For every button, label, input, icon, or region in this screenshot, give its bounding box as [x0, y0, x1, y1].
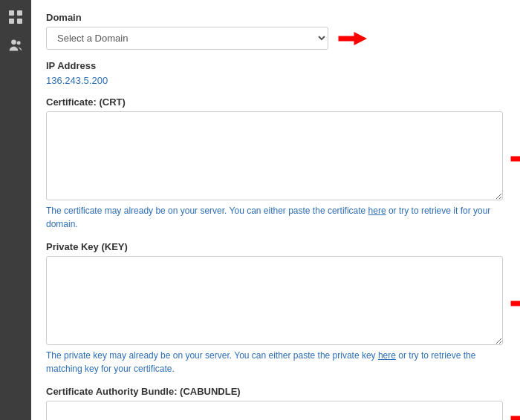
- arrow-1-icon: [336, 28, 367, 49]
- private-key-hint: The private key may already be on your s…: [46, 349, 503, 375]
- private-key-hint-text-1: The private key may already be on your s…: [46, 350, 378, 361]
- domain-select[interactable]: Select a Domain: [46, 27, 328, 50]
- svg-point-5: [17, 41, 21, 45]
- arrow-2-icon: [508, 148, 520, 169]
- arrow-4-icon: [508, 408, 520, 420]
- sidebar: [0, 0, 31, 420]
- svg-marker-7: [511, 152, 521, 165]
- cabundle-label: Certificate Authority Bundle: (CABUNDLE): [46, 386, 505, 397]
- cert-field-group: Certificate: (CRT) The certificate may a…: [46, 96, 505, 231]
- svg-marker-8: [511, 297, 521, 310]
- private-key-hint-link[interactable]: here: [378, 350, 396, 361]
- private-key-label: Private Key (KEY): [46, 241, 505, 252]
- svg-marker-6: [339, 31, 368, 45]
- cert-hint-link[interactable]: here: [368, 206, 386, 216]
- ip-value: 136.243.5.200: [46, 75, 505, 86]
- main-content: Domain Select a Domain IP Address 136.24…: [31, 0, 520, 420]
- private-key-textarea[interactable]: [46, 256, 503, 345]
- svg-rect-2: [9, 19, 14, 24]
- cert-hint: The certificate may already be on your s…: [46, 204, 503, 231]
- ip-label: IP Address: [46, 60, 505, 71]
- domain-field-group: Domain Select a Domain: [46, 12, 505, 50]
- svg-marker-9: [511, 412, 521, 420]
- cert-textarea[interactable]: [46, 111, 503, 200]
- grid-icon[interactable]: [4, 6, 27, 28]
- svg-rect-0: [9, 10, 14, 16]
- arrow-3-icon: [508, 293, 520, 314]
- private-key-field-group: Private Key (KEY) The private key may al…: [46, 241, 505, 375]
- cert-label: Certificate: (CRT): [46, 96, 505, 108]
- svg-rect-3: [17, 19, 22, 24]
- cabundle-textarea[interactable]: [46, 401, 503, 420]
- domain-label: Domain: [46, 12, 505, 23]
- ip-field-group: IP Address 136.243.5.200: [46, 60, 505, 86]
- cert-hint-text-1: The certificate may already be on your s…: [46, 206, 368, 216]
- cabundle-field-group: Certificate Authority Bundle: (CABUNDLE): [46, 386, 505, 420]
- svg-point-4: [11, 40, 16, 45]
- users-icon[interactable]: [4, 34, 27, 56]
- svg-rect-1: [17, 10, 22, 16]
